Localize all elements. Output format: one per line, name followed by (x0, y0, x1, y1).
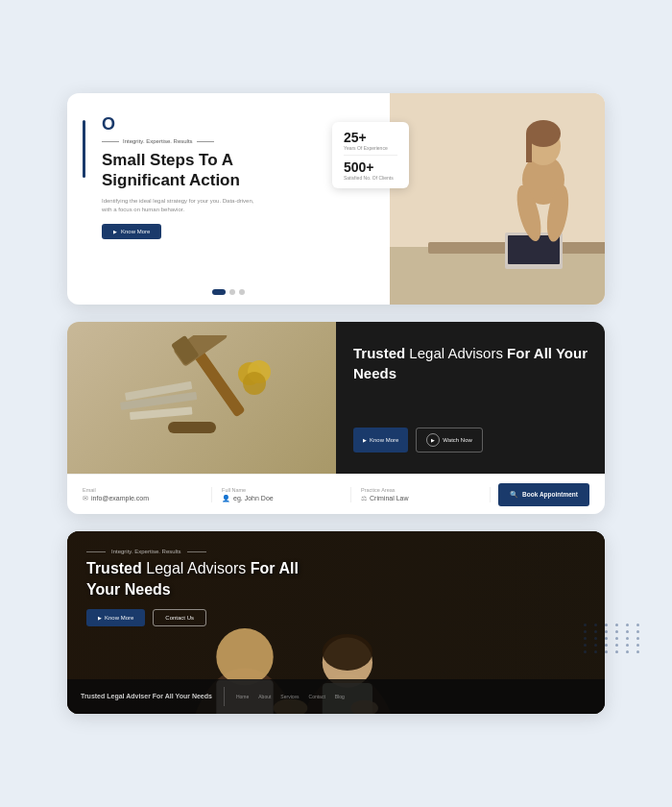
email-text: info@example.com (91, 495, 149, 501)
card-2: Trusted Legal Advisors For All YourNeeds… (67, 322, 605, 514)
person-illustration (390, 93, 605, 305)
card2-know-more-button[interactable]: Know More (353, 428, 408, 452)
card1-know-more-button[interactable]: Know More (102, 224, 161, 239)
deco-dot (615, 630, 618, 633)
user-icon: 👤 (222, 495, 230, 502)
scale-icon: ⚖ (361, 495, 367, 502)
stat1-number: 25+ (344, 130, 397, 145)
email-value: ✉ info@example.com (83, 495, 202, 502)
stat1-label: Years Of Experience (344, 145, 397, 151)
footer-link-blog[interactable]: Blog (335, 694, 345, 699)
card3-heading: Trusted Legal Advisors For AllYour Needs (86, 558, 355, 599)
deco-dot (626, 630, 629, 633)
deco-dot (615, 624, 618, 626)
card3-footer: Trusted Legal Adviser For All Your Needs… (67, 679, 605, 714)
stats-card: 25+ Years Of Experience 500+ Satisfied N… (332, 122, 409, 188)
svg-rect-13 (130, 406, 192, 420)
deco-dot (626, 637, 629, 640)
gavel-area (67, 322, 336, 474)
deco-dot (626, 624, 629, 626)
practice-value: ⚖ Criminal Law (361, 495, 480, 502)
card-3: // Will be rendered inline (67, 531, 605, 714)
card2-action-buttons: Know More Watch Now (353, 428, 588, 452)
practice-text: Criminal Law (370, 495, 408, 501)
mail-icon: ✉ (83, 495, 88, 502)
footer-link-services[interactable]: Services (280, 694, 299, 699)
dot-3[interactable] (239, 289, 245, 295)
svg-point-20 (243, 372, 266, 395)
fullname-field-container: Full Name 👤 eg. John Doe (212, 487, 351, 502)
practice-label: Practice Areas (361, 487, 480, 493)
card1-title: Small Steps To A Significant Action (102, 150, 371, 191)
deco-dot (626, 650, 629, 653)
deco-dot (636, 637, 639, 640)
deco-dot (615, 637, 618, 640)
card2-booking-bar: Email ✉ info@example.com Full Name 👤 eg.… (67, 474, 605, 514)
card3-trusted: Trusted (86, 560, 142, 576)
card3-know-more-button[interactable]: Know More (86, 609, 145, 626)
practice-field-container: Practice Areas ⚖ Criminal Law (351, 487, 491, 502)
card2-heading-bold: Trusted (353, 345, 405, 361)
stat2-number: 500+ (344, 159, 397, 175)
deco-dot (615, 650, 618, 653)
deco-dot (636, 644, 639, 647)
book-appointment-button[interactable]: Book Appointment (498, 483, 589, 506)
deco-dot (636, 630, 639, 633)
deco-dot (605, 644, 608, 647)
card3-tagline: Integrity. Expertise. Results (86, 549, 586, 554)
card-1: O Integrity. Expertise. Results Small St… (67, 93, 605, 305)
accent-bar (83, 120, 85, 178)
dot-2[interactable] (229, 289, 235, 295)
card1-right-panel: 25+ Years Of Experience 500+ Satisfied N… (390, 93, 605, 305)
deco-dot (605, 637, 608, 640)
card3-background: Integrity. Expertise. Results Trusted Le… (67, 531, 605, 714)
deco-dot (605, 650, 608, 653)
card1-title-line1: Small Steps To A (102, 151, 233, 169)
deco-dot (636, 624, 639, 626)
card1-logo: O (102, 114, 371, 134)
fullname-value: 👤 eg. John Doe (222, 495, 341, 502)
svg-rect-17 (168, 422, 216, 433)
carousel-dots (212, 289, 245, 295)
deco-dot (584, 637, 587, 640)
deco-dot (594, 630, 597, 633)
dot-1[interactable] (212, 289, 226, 295)
card2-heading: Trusted Legal Advisors For All YourNeeds (353, 343, 588, 383)
deco-dot (594, 637, 597, 640)
deco-dot (584, 624, 587, 626)
card2-watch-now-button[interactable]: Watch Now (416, 428, 482, 452)
card1-tagline: Integrity. Expertise. Results (102, 138, 371, 144)
card1-title-line2: Significant Action (102, 171, 240, 189)
footer-link-about[interactable]: About (258, 694, 271, 699)
card3-top-section: Integrity. Expertise. Results Trusted Le… (86, 549, 586, 626)
card1-hero-image (390, 93, 605, 305)
svg-rect-6 (526, 134, 532, 162)
footer-links: Home About Services Contact Blog (236, 694, 591, 699)
footer-divider (224, 687, 225, 706)
stat-divider (344, 155, 397, 156)
card3-action-buttons: Know More Contact Us (86, 609, 586, 626)
dots-decoration: // Will be rendered inline (570, 641, 605, 685)
card2-text-panel: Trusted Legal Advisors For All YourNeeds… (336, 322, 605, 474)
deco-dot (584, 630, 587, 633)
deco-dot (594, 624, 597, 626)
card1-description: Identifying the ideal legal strategy for… (102, 197, 255, 214)
svg-rect-14 (192, 348, 246, 417)
card3-contact-button[interactable]: Contact Us (153, 609, 206, 626)
email-field-container: Email ✉ info@example.com (83, 487, 212, 502)
footer-link-contact[interactable]: Contact (309, 694, 325, 699)
fullname-text: eg. John Doe (233, 495, 274, 501)
footer-logo: Trusted Legal Adviser For All Your Needs (81, 692, 212, 700)
card3-content-overlay: Integrity. Expertise. Results Trusted Le… (67, 531, 605, 714)
email-label: Email (83, 487, 202, 493)
deco-dot (605, 624, 608, 626)
fullname-label: Full Name (222, 487, 341, 493)
footer-link-home[interactable]: Home (236, 694, 249, 699)
deco-dot (636, 650, 639, 653)
gavel-illustration (115, 335, 288, 460)
deco-dot (615, 644, 618, 647)
stat2-label: Satisfied No. Of Clients (344, 175, 397, 181)
svg-rect-1 (390, 247, 605, 305)
deco-dot (626, 644, 629, 647)
deco-dot (605, 630, 608, 633)
